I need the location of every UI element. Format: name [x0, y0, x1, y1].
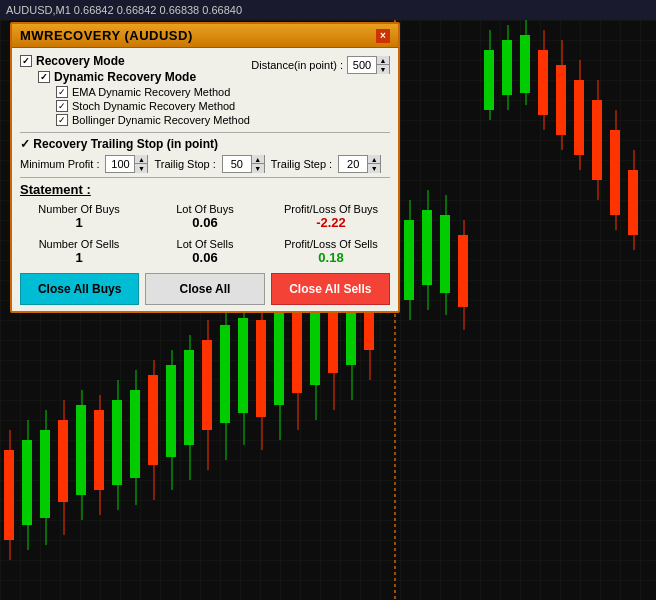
- statement-header: Statement :: [20, 182, 390, 197]
- lot-of-sells-value: 0.06: [146, 250, 264, 265]
- lot-of-sells-label: Lot Of Sells: [146, 238, 264, 250]
- trailing-stop-value: 50: [223, 158, 251, 170]
- lot-of-buys-label: Lot Of Buys: [146, 203, 264, 215]
- stoch-row: ✓ Stoch Dynamic Recovery Method: [56, 100, 251, 112]
- distance-up-arrow[interactable]: ▲: [377, 56, 389, 65]
- min-profit-down[interactable]: ▼: [135, 164, 147, 173]
- divider-2: [20, 177, 390, 178]
- stat-profit-loss-buys: Profit/Loss Of Buys -2.22: [272, 203, 390, 230]
- number-of-buys-label: Number Of Buys: [20, 203, 138, 215]
- svg-rect-18: [628, 170, 638, 235]
- stoch-text: Stoch Dynamic Recovery Method: [72, 100, 235, 112]
- svg-rect-10: [556, 65, 566, 135]
- min-profit-spinner[interactable]: 100 ▲ ▼: [105, 155, 148, 173]
- stoch-label[interactable]: ✓ Stoch Dynamic Recovery Method: [56, 100, 235, 112]
- min-profit-up[interactable]: ▲: [135, 155, 147, 164]
- recovery-mode-text: Recovery Mode: [36, 54, 125, 68]
- recovery-mode-row: ✓ Recovery Mode: [20, 54, 251, 68]
- trailing-step-arrows: ▲ ▼: [367, 155, 380, 173]
- trailing-stop-spinner[interactable]: 50 ▲ ▼: [222, 155, 265, 173]
- ema-text: EMA Dynamic Recovery Method: [72, 86, 230, 98]
- trailing-stop-down[interactable]: ▼: [252, 164, 264, 173]
- dialog-close-button[interactable]: ×: [376, 29, 390, 43]
- svg-rect-2: [484, 50, 494, 110]
- recovery-mode-label[interactable]: ✓ Recovery Mode: [20, 54, 125, 68]
- svg-rect-60: [292, 300, 302, 393]
- svg-rect-28: [4, 450, 14, 540]
- stat-number-of-sells: Number Of Sells 1: [20, 238, 138, 265]
- dialog-titlebar: MWRECOVERY (AUDUSD) ×: [12, 24, 398, 48]
- min-profit-arrows: ▲ ▼: [134, 155, 147, 173]
- bollinger-label[interactable]: ✓ Bollinger Dynamic Recovery Method: [56, 114, 250, 126]
- action-buttons-row: Close All Buys Close All Close All Sells: [20, 273, 390, 305]
- trailing-step-down[interactable]: ▼: [368, 164, 380, 173]
- bollinger-checkbox[interactable]: ✓: [56, 114, 68, 126]
- svg-rect-40: [112, 400, 122, 485]
- top-section: ✓ Recovery Mode ✓ Dynamic Recovery Mode …: [20, 54, 390, 128]
- stat-number-of-buys: Number Of Buys 1: [20, 203, 138, 230]
- profit-loss-buys-value: -2.22: [272, 215, 390, 230]
- svg-rect-22: [422, 210, 432, 285]
- trailing-stop-header: ✓ Recovery Trailing Stop (in point): [20, 137, 390, 151]
- ema-label[interactable]: ✓ EMA Dynamic Recovery Method: [56, 86, 230, 98]
- stat-lot-of-buys: Lot Of Buys 0.06: [146, 203, 264, 230]
- stat-lot-of-sells: Lot Of Sells 0.06: [146, 238, 264, 265]
- number-of-sells-value: 1: [20, 250, 138, 265]
- svg-rect-54: [238, 318, 248, 413]
- trailing-step-spinner[interactable]: 20 ▲ ▼: [338, 155, 381, 173]
- svg-rect-14: [592, 100, 602, 180]
- svg-rect-58: [274, 310, 284, 405]
- svg-rect-52: [220, 325, 230, 423]
- distance-section: Distance(in point) : 500 ▲ ▼: [251, 56, 390, 74]
- stoch-checkbox[interactable]: ✓: [56, 100, 68, 112]
- svg-rect-6: [520, 35, 530, 93]
- svg-rect-8: [538, 50, 548, 115]
- min-profit-label: Minimum Profit :: [20, 158, 99, 170]
- profit-loss-sells-value: 0.18: [272, 250, 390, 265]
- lot-of-buys-value: 0.06: [146, 215, 264, 230]
- close-all-buys-button[interactable]: Close All Buys: [20, 273, 139, 305]
- trailing-stop-up[interactable]: ▲: [252, 155, 264, 164]
- sells-stats: Number Of Sells 1 Lot Of Sells 0.06 Prof…: [20, 238, 390, 265]
- svg-rect-44: [148, 375, 158, 465]
- dialog-title: MWRECOVERY (AUDUSD): [20, 28, 193, 43]
- distance-down-arrow[interactable]: ▼: [377, 65, 389, 74]
- number-of-buys-value: 1: [20, 215, 138, 230]
- svg-rect-50: [202, 340, 212, 430]
- trailing-row: Minimum Profit : 100 ▲ ▼ Trailig Stop : …: [20, 155, 390, 173]
- svg-rect-56: [256, 320, 266, 417]
- distance-label: Distance(in point) :: [251, 59, 343, 71]
- recovery-mode-section: ✓ Recovery Mode ✓ Dynamic Recovery Mode …: [20, 54, 251, 128]
- svg-rect-30: [22, 440, 32, 525]
- svg-rect-42: [130, 390, 140, 478]
- recovery-mode-checkbox[interactable]: ✓: [20, 55, 32, 67]
- dynamic-recovery-text: Dynamic Recovery Mode: [54, 70, 196, 84]
- svg-rect-46: [166, 365, 176, 457]
- trailing-stop-label: Trailig Stop :: [154, 158, 215, 170]
- distance-value: 500: [348, 59, 376, 71]
- svg-rect-20: [404, 220, 414, 300]
- close-all-button[interactable]: Close All: [145, 273, 264, 305]
- svg-rect-34: [58, 420, 68, 502]
- profit-loss-buys-label: Profit/Loss Of Buys: [272, 203, 390, 215]
- close-all-sells-button[interactable]: Close All Sells: [271, 273, 390, 305]
- trailing-stop-arrows: ▲ ▼: [251, 155, 264, 173]
- number-of-sells-label: Number Of Sells: [20, 238, 138, 250]
- dynamic-recovery-row: ✓ Dynamic Recovery Mode: [38, 70, 251, 84]
- svg-rect-16: [610, 130, 620, 215]
- dynamic-recovery-checkbox[interactable]: ✓: [38, 71, 50, 83]
- svg-rect-4: [502, 40, 512, 95]
- dialog-body: ✓ Recovery Mode ✓ Dynamic Recovery Mode …: [12, 48, 398, 311]
- bollinger-row: ✓ Bollinger Dynamic Recovery Method: [56, 114, 251, 126]
- ema-checkbox[interactable]: ✓: [56, 86, 68, 98]
- dialog-panel: MWRECOVERY (AUDUSD) × ✓ Recovery Mode ✓ …: [10, 22, 400, 313]
- profit-loss-sells-label: Profit/Loss Of Sells: [272, 238, 390, 250]
- distance-arrows: ▲ ▼: [376, 56, 389, 74]
- dynamic-recovery-label[interactable]: ✓ Dynamic Recovery Mode: [38, 70, 196, 84]
- distance-spinner[interactable]: 500 ▲ ▼: [347, 56, 390, 74]
- trailing-step-label: Trailig Step :: [271, 158, 332, 170]
- svg-rect-32: [40, 430, 50, 518]
- trailing-step-up[interactable]: ▲: [368, 155, 380, 164]
- divider-1: [20, 132, 390, 133]
- trailing-step-value: 20: [339, 158, 367, 170]
